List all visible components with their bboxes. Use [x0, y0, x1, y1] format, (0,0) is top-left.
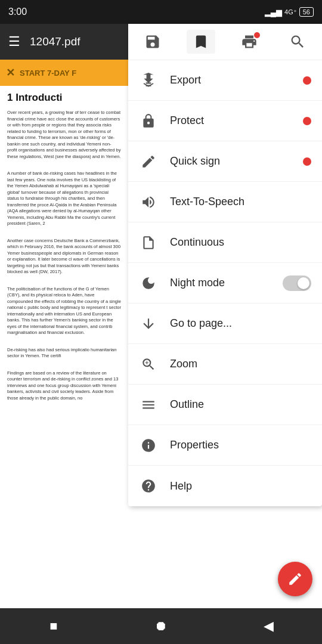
night-mode-toggle[interactable]: [283, 275, 311, 291]
menu-item-continuous-label: Continuous: [170, 236, 311, 249]
menu-item-zoom-label: Zoom: [170, 358, 311, 370]
export-icon: [139, 71, 158, 90]
promo-close-button[interactable]: ✕: [6, 66, 15, 79]
pdf-text-2: A number of bank de-risking cases hav he…: [7, 171, 121, 227]
hamburger-menu-icon[interactable]: ☰: [8, 34, 20, 49]
quick-sign-icon: [139, 152, 158, 171]
menu-print-icon[interactable]: [235, 30, 264, 54]
protect-lock-icon: [139, 112, 158, 131]
dropdown-menu: Export Protect Quick sign Text-To-Speech…: [128, 24, 322, 506]
print-badge: [254, 32, 260, 38]
menu-save-icon[interactable]: [138, 30, 167, 54]
menu-item-outline[interactable]: Outline: [128, 385, 322, 425]
menu-item-night-mode-label: Night mode: [170, 277, 283, 289]
status-time: 3:00: [8, 7, 27, 17]
menu-item-quick-sign-label: Quick sign: [170, 155, 303, 168]
pdf-text-3: Another case concerns Deutsche Bank a Co…: [7, 238, 121, 275]
zoom-icon: [139, 355, 158, 374]
pdf-heading: 1 Introducti: [7, 92, 121, 104]
nav-square-button[interactable]: ■: [39, 611, 69, 641]
protect-badge: [303, 117, 311, 125]
menu-item-properties[interactable]: Properties: [128, 425, 322, 466]
export-badge: [303, 76, 311, 85]
menu-item-go-to-page[interactable]: Go to page...: [128, 304, 322, 344]
menu-item-text-to-speech-label: Text-To-Speech: [170, 196, 311, 208]
status-icons: ▂▄▆ 4G⁺ 56: [265, 7, 314, 17]
fab-edit-button[interactable]: [278, 562, 312, 596]
network-icon: 4G⁺: [284, 8, 297, 16]
promo-text: START 7-DAY F: [20, 69, 76, 78]
night-mode-icon: [139, 274, 158, 293]
menu-item-outline-label: Outline: [170, 398, 311, 411]
text-to-speech-icon: [139, 193, 158, 212]
menu-item-help-label: Help: [170, 480, 311, 493]
menu-item-help[interactable]: Help: [128, 466, 322, 506]
pdf-text-4: The politicisation of the functions of t…: [7, 286, 121, 336]
nav-back-button[interactable]: ◀: [253, 611, 283, 641]
properties-icon: [139, 436, 158, 455]
continuous-icon: [139, 233, 158, 252]
go-to-page-icon: [139, 314, 158, 333]
fab-edit-icon: [287, 571, 303, 587]
menu-item-zoom[interactable]: Zoom: [128, 344, 322, 385]
pdf-text-6: Findings are based on a review of the li…: [7, 370, 121, 402]
menu-item-go-to-page-label: Go to page...: [170, 317, 311, 330]
pdf-content: 1 Introducti Over recent years, a growin…: [0, 86, 128, 608]
quick-sign-badge: [303, 157, 311, 166]
status-bar: 3:00 ▂▄▆ 4G⁺ 56: [0, 0, 322, 24]
menu-item-protect[interactable]: Protect: [128, 101, 322, 141]
menu-item-quick-sign[interactable]: Quick sign: [128, 141, 322, 182]
pdf-text-1: Over recent years, a growing fear of ter…: [7, 110, 121, 160]
menu-icon-row: [128, 24, 322, 60]
pdf-text-5: De-risking has also had serious implicat…: [7, 347, 121, 360]
menu-item-properties-label: Properties: [170, 439, 311, 451]
promo-bar: ✕ START 7-DAY F: [0, 60, 128, 86]
menu-item-night-mode[interactable]: Night mode: [128, 263, 322, 304]
battery-icon: 56: [299, 7, 314, 17]
nav-circle-button[interactable]: ⏺: [146, 611, 176, 641]
toggle-knob: [298, 277, 309, 289]
help-icon: [139, 476, 158, 496]
bottom-nav: ■ ⏺ ◀: [0, 608, 322, 644]
menu-item-export[interactable]: Export: [128, 60, 322, 101]
menu-item-export-label: Export: [170, 74, 303, 86]
outline-icon: [139, 395, 158, 414]
menu-item-text-to-speech[interactable]: Text-To-Speech: [128, 182, 322, 222]
pdf-area: ✕ START 7-DAY F 1 Introducti Over recent…: [0, 60, 128, 608]
menu-item-continuous[interactable]: Continuous: [128, 222, 322, 263]
menu-item-protect-label: Protect: [170, 114, 303, 127]
menu-search-icon[interactable]: [283, 30, 312, 54]
menu-bookmark-icon[interactable]: [187, 30, 215, 54]
signal-icon: ▂▄▆: [265, 8, 282, 17]
